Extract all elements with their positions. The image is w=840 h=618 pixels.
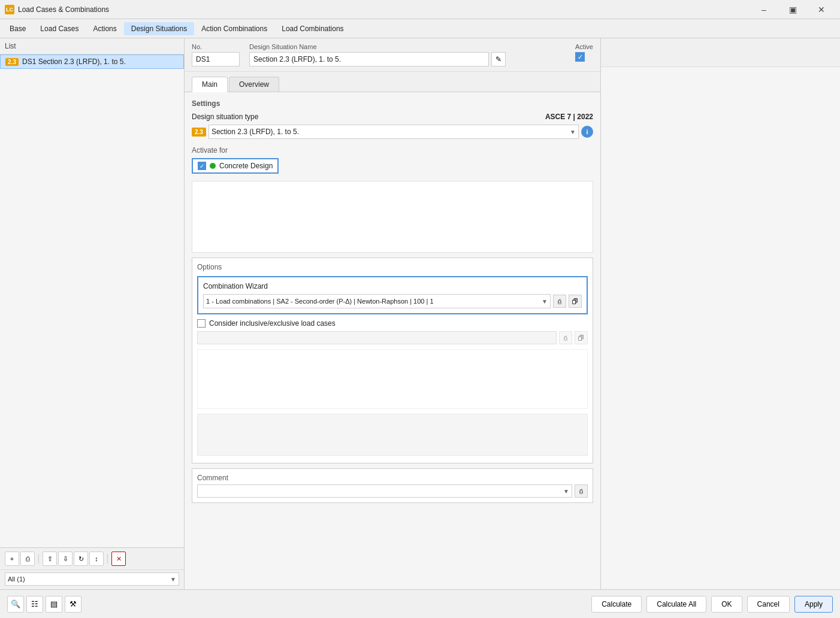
- renumber-button[interactable]: ↻: [74, 552, 88, 566]
- active-label: Active: [575, 43, 593, 50]
- consider-row: Consider inclusive/exclusive load cases: [197, 319, 588, 328]
- name-field-row: Section 2.3 (LRFD), 1. to 5. ✎: [249, 52, 506, 66]
- comment-label: Comment: [197, 474, 588, 482]
- move-up-button[interactable]: ⇧: [43, 552, 57, 566]
- info-button[interactable]: i: [581, 126, 593, 138]
- name-field-group: Design Situation Name Section 2.3 (LRFD)…: [249, 43, 506, 66]
- green-dot-icon: [210, 163, 216, 169]
- app-icon: LC: [5, 5, 14, 14]
- menu-base[interactable]: Base: [2, 22, 33, 35]
- chevron-down-icon5: ▼: [563, 488, 569, 495]
- no-label: No.: [192, 43, 240, 50]
- tab-overview[interactable]: Overview: [229, 77, 279, 92]
- design-situation-type-label: Design situation type: [192, 113, 258, 121]
- close-button[interactable]: ✕: [808, 0, 835, 19]
- wizard-btn-1[interactable]: ⎙: [553, 295, 566, 308]
- options-label: Options: [197, 263, 588, 271]
- active-checkbox[interactable]: ✓: [575, 52, 585, 62]
- menu-actions[interactable]: Actions: [86, 22, 123, 35]
- empty-area-2: [197, 349, 588, 409]
- name-label: Design Situation Name: [249, 43, 506, 50]
- left-toolbar: + ⎙ ⇧ ⇩ ↻ ↕ ✕: [0, 547, 184, 569]
- item-badge: 2.3: [5, 58, 19, 66]
- list-item[interactable]: 2.3 DS1 Section 2.3 (LRFD), 1. to 5.: [0, 54, 184, 69]
- activate-for-section: Activate for ✓ Concrete Design: [192, 146, 593, 174]
- ok-button[interactable]: OK: [711, 596, 742, 613]
- cancel-button[interactable]: Cancel: [747, 596, 790, 613]
- consider-checkbox[interactable]: [197, 319, 206, 328]
- menu-load-combinations[interactable]: Load Combinations: [274, 22, 350, 35]
- filter-dropdown[interactable]: All (1) ▼: [5, 572, 179, 586]
- right-content: No. DS1 Design Situation Name Section 2.…: [185, 38, 600, 589]
- activate-for-label: Activate for: [192, 146, 593, 154]
- comment-row: ▼ ⎙: [197, 484, 588, 498]
- options-section: Options Combination Wizard 1 - Load comb…: [192, 258, 593, 463]
- activate-item[interactable]: ✓ Concrete Design: [192, 158, 279, 174]
- design-situation-select[interactable]: Section 2.3 (LRFD), 1. to 5. ▼: [209, 125, 579, 139]
- chevron-down-icon4: ▼: [542, 298, 548, 305]
- diagram-icon-button[interactable]: ▤: [46, 596, 62, 613]
- settings-label: Settings: [192, 99, 593, 108]
- disabled-input: [197, 331, 557, 344]
- disabled-input-row: ⎙ 🗍: [197, 331, 588, 344]
- toolbar-divider: [38, 554, 39, 564]
- far-right-header: [601, 38, 840, 67]
- empty-area-1: [192, 181, 593, 253]
- combination-wizard-box: Combination Wizard 1 - Load combinations…: [197, 276, 588, 314]
- search-icon-button[interactable]: 🔍: [7, 596, 24, 613]
- list-empty-area: [0, 69, 184, 547]
- chevron-down-icon3: ▼: [570, 129, 576, 135]
- apply-button[interactable]: Apply: [794, 596, 833, 613]
- combination-wizard-label: Combination Wizard: [203, 282, 582, 290]
- empty-area-3: [197, 414, 588, 456]
- maximize-button[interactable]: ▣: [779, 0, 806, 19]
- bottom-icons: 🔍 ☷ ▤ ⚒: [7, 596, 81, 613]
- menubar: Base Load Cases Actions Design Situation…: [0, 19, 840, 38]
- wizard-dropdown[interactable]: 1 - Load combinations | SA2 - Second-ord…: [203, 294, 551, 308]
- concrete-design-label: Concrete Design: [219, 162, 273, 170]
- table-icon-button[interactable]: ☷: [26, 596, 43, 613]
- form-header: No. DS1 Design Situation Name Section 2.…: [185, 38, 600, 72]
- calculate-button[interactable]: Calculate: [591, 596, 642, 613]
- sort-button[interactable]: ↕: [89, 552, 104, 566]
- menu-loadcases[interactable]: Load Cases: [33, 22, 86, 35]
- settings-section: Settings Design situation type ASCE 7 | …: [192, 99, 593, 139]
- toolbar-divider2: [107, 554, 108, 564]
- design-situation-type-row: Design situation type ASCE 7 | 2022: [192, 113, 593, 121]
- list-header: List: [0, 38, 184, 54]
- menu-design-situations[interactable]: Design Situations: [124, 22, 194, 35]
- tabs-bar: Main Overview: [185, 72, 600, 92]
- calculate-all-button[interactable]: Calculate All: [646, 596, 706, 613]
- wizard-btn-2[interactable]: 🗍: [569, 295, 582, 308]
- settings-icon-button[interactable]: ⚒: [65, 596, 81, 613]
- design-situation-dropdown-row: 2.3 Section 2.3 (LRFD), 1. to 5. ▼ i: [192, 125, 593, 139]
- concrete-design-checkbox[interactable]: ✓: [198, 162, 206, 170]
- delete-button[interactable]: ✕: [111, 552, 126, 566]
- window-title: Load Cases & Combinations: [18, 5, 750, 14]
- far-right-panel: [600, 38, 840, 589]
- comment-copy-button[interactable]: ⎙: [575, 484, 588, 498]
- consider-label: Consider inclusive/exclusive load cases: [209, 319, 336, 328]
- copy-item-button[interactable]: ⎙: [20, 552, 35, 566]
- wizard-row: 1 - Load combinations | SA2 - Second-ord…: [203, 294, 582, 308]
- comment-section: Comment ▼ ⎙: [192, 468, 593, 503]
- no-field-group: No. DS1: [192, 43, 240, 66]
- filter-area: All (1) ▼: [0, 569, 184, 589]
- disabled-btn-2: 🗍: [575, 331, 588, 344]
- name-input[interactable]: Section 2.3 (LRFD), 1. to 5.: [249, 52, 489, 66]
- comment-input[interactable]: ▼: [197, 484, 572, 498]
- active-group: Active ✓: [575, 43, 593, 62]
- move-down-button[interactable]: ⇩: [58, 552, 72, 566]
- menu-action-combinations[interactable]: Action Combinations: [194, 22, 274, 35]
- left-panel: List 2.3 DS1 Section 2.3 (LRFD), 1. to 5…: [0, 38, 185, 589]
- tab-main[interactable]: Main: [192, 77, 228, 92]
- window-controls: – ▣ ✕: [750, 0, 835, 19]
- dropdown-badge: 2.3: [192, 128, 206, 137]
- new-item-button[interactable]: +: [5, 552, 19, 566]
- no-value: DS1: [192, 52, 240, 66]
- minimize-button[interactable]: –: [750, 0, 778, 19]
- disabled-btn-1: ⎙: [559, 331, 572, 344]
- action-bar: 🔍 ☷ ▤ ⚒ Calculate Calculate All OK Cance…: [0, 589, 840, 618]
- edit-name-button[interactable]: ✎: [491, 52, 506, 66]
- design-situation-type-value: ASCE 7 | 2022: [545, 113, 593, 121]
